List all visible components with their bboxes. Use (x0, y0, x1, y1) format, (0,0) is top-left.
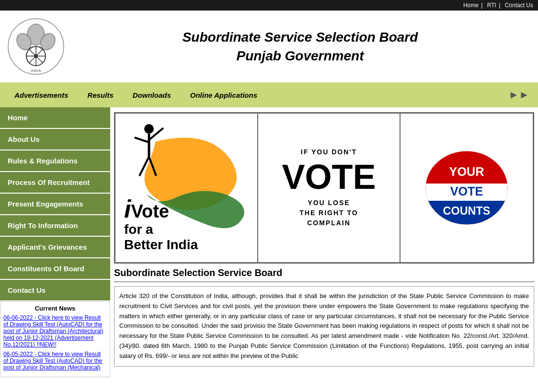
logo: INDIA (5, 15, 67, 78)
svg-line-14 (135, 138, 149, 142)
sidebar-item-home[interactable]: Home (0, 107, 110, 129)
article-section: Subordinate Selection Service Board Arti… (114, 267, 534, 367)
article-box: Article 320 of the Constitution of India… (114, 286, 534, 367)
svg-text:COUNTS: COUNTS (443, 205, 491, 217)
svg-line-17 (149, 157, 156, 176)
top-bar: Home | RTI | Contact Us (0, 0, 538, 11)
nav-bar: Advertisements Results Downloads Online … (0, 82, 538, 107)
sidebar-item-rules-regulations[interactable]: Rules & Regulations (0, 150, 110, 172)
news-item-1[interactable]: 06-06-2022 - Click here to view Result o… (3, 314, 107, 348)
sidebar-item-present-engagements[interactable]: Present Engagements (0, 194, 110, 215)
nav-online-applications[interactable]: Online Applications (181, 84, 267, 106)
banner: iVote for a Better India IF YOU DON'T VO… (114, 112, 534, 264)
banner-panel-vote-middle: IF YOU DON'T VOTE YOU LOSE THE RIGHT TO … (258, 114, 401, 262)
sidebar-item-contact-us[interactable]: Contact Us (0, 280, 110, 301)
home-link[interactable]: Home (463, 2, 479, 9)
header-title: Subordinate Service Selection Board Punj… (67, 28, 533, 65)
sidebar-item-constituents-of-board[interactable]: Constituents Of Board (0, 258, 110, 280)
sidebar-item-right-to-information[interactable]: Right To Information (0, 215, 110, 237)
content: iVote for a Better India IF YOU DON'T VO… (110, 107, 538, 370)
nav-arrow[interactable]: ►► (504, 89, 533, 101)
svg-text:VOTE: VOTE (450, 184, 483, 198)
contact-link-topbar[interactable]: Contact Us (505, 2, 533, 9)
svg-text:YOUR: YOUR (449, 165, 484, 178)
current-news-title: Current News (3, 305, 107, 312)
nav-advertisements[interactable]: Advertisements (5, 84, 78, 106)
banner-if-you-dont: IF YOU DON'T (282, 148, 376, 156)
article-body: Article 320 of the Constitution of India… (119, 291, 529, 361)
sep2: | (499, 2, 500, 9)
svg-text:INDIA: INDIA (31, 69, 41, 73)
article-title: Subordinate Selection Service Board (114, 267, 534, 282)
main-layout: Home About Us Rules & Regulations Proces… (0, 107, 538, 377)
banner-panel-vote-button: YOUR VOTE COUNTS (401, 114, 533, 262)
sidebar-item-process-of-recruitment[interactable]: Process Of Recruitment (0, 172, 110, 194)
current-news: Current News 06-06-2022 - Click here to … (0, 301, 110, 377)
banner-you-lose: YOU LOSE THE RIGHT TO COMPLAIN (282, 198, 376, 228)
nav-downloads[interactable]: Downloads (123, 84, 181, 106)
banner-vote-word: VOTE (282, 160, 376, 194)
news-item-2[interactable]: 06-05-2022 - Click here to view Result o… (3, 351, 107, 371)
header: INDIA Subordinate Service Selection Boar… (0, 11, 538, 82)
header-title-text: Subordinate Service Selection Board Punj… (67, 28, 533, 65)
sep1: | (481, 2, 482, 9)
svg-line-16 (139, 157, 149, 176)
svg-point-12 (144, 124, 154, 134)
banner-panel-vote-india: iVote for a Better India (115, 114, 258, 262)
sidebar: Home About Us Rules & Regulations Proces… (0, 107, 110, 377)
rti-link[interactable]: RTI (487, 2, 496, 9)
sidebar-item-applicants-grievances[interactable]: Applicant's Grievances (0, 237, 110, 258)
sidebar-item-about-us[interactable]: About Us (0, 129, 110, 150)
nav-results[interactable]: Results (78, 84, 123, 106)
